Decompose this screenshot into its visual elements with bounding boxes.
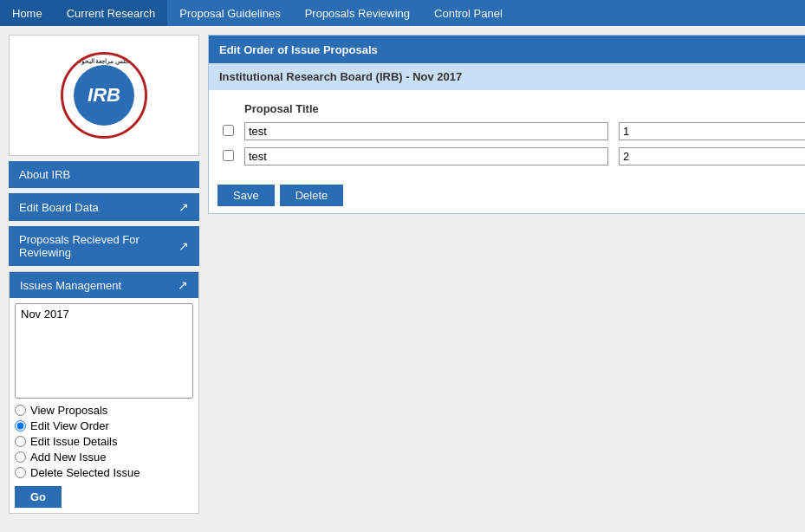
- irb-logo: مجلس مراجعة البحوث IRB: [61, 52, 147, 139]
- expand-icon: ↗: [179, 200, 189, 214]
- proposal-order-cell: [613, 144, 805, 169]
- radio-view-proposals[interactable]: View Proposals: [15, 404, 193, 417]
- col-header-view-order: View Order: [613, 99, 805, 119]
- nav-proposal-guidelines[interactable]: Proposal Guidelines: [167, 0, 292, 26]
- radio-edit-view-order-label: Edit View Order: [30, 419, 109, 432]
- edit-board-label: Edit Board Data: [19, 201, 99, 214]
- proposal-title-cell: [239, 119, 613, 144]
- nav-home[interactable]: Home: [0, 0, 55, 26]
- radio-edit-issue-details-input[interactable]: [15, 436, 26, 447]
- nav-current-research[interactable]: Current Research: [55, 0, 168, 26]
- radio-group: View Proposals Edit View Order Edit Issu…: [15, 404, 193, 479]
- irb-outer-text: مجلس مراجعة البحوث: [63, 58, 145, 65]
- save-button[interactable]: Save: [217, 185, 275, 206]
- expand-icon-2: ↗: [179, 239, 189, 253]
- go-button[interactable]: Go: [15, 486, 62, 508]
- proposal-order-input-0[interactable]: [619, 122, 805, 140]
- col-header-proposal-title: Proposal Title: [239, 99, 613, 119]
- radio-edit-view-order-input[interactable]: [15, 420, 26, 431]
- radio-delete-selected-issue[interactable]: Delete Selected Issue: [15, 466, 193, 479]
- col-header-checkbox: [217, 99, 239, 119]
- proposal-order-cell: [613, 119, 805, 144]
- panel-title: Edit Order of Issue Proposals: [219, 43, 378, 56]
- row-checkbox-cell: [217, 119, 239, 144]
- table-row: [217, 119, 805, 144]
- proposal-title-input-0[interactable]: [244, 122, 608, 140]
- edit-panel: Edit Order of Issue Proposals Institutio…: [208, 35, 805, 214]
- issues-list-item[interactable]: Nov 2017: [17, 306, 191, 322]
- radio-add-new-issue-label: Add New Issue: [30, 451, 106, 464]
- radio-view-proposals-input[interactable]: [15, 405, 26, 416]
- proposals-received-label: Proposals Recieved For Reviewing: [19, 233, 179, 259]
- nav-control-panel[interactable]: Control Panel: [422, 0, 515, 26]
- radio-delete-selected-issue-label: Delete Selected Issue: [30, 466, 140, 479]
- radio-view-proposals-label: View Proposals: [30, 404, 107, 417]
- irb-logo-inner: IRB: [74, 65, 134, 126]
- radio-add-new-issue-input[interactable]: [15, 451, 26, 463]
- proposals-table: Proposal Title View Order: [217, 99, 805, 169]
- sidebar: مجلس مراجعة البحوث IRB About IRB Edit Bo…: [9, 35, 199, 514]
- row-checkbox-cell: [217, 144, 239, 169]
- radio-add-new-issue[interactable]: Add New Issue: [15, 451, 193, 464]
- about-irb-button[interactable]: About IRB: [9, 161, 199, 188]
- radio-edit-issue-details[interactable]: Edit Issue Details: [15, 435, 193, 448]
- radio-delete-selected-issue-input[interactable]: [15, 467, 26, 478]
- about-irb-label: About IRB: [19, 168, 70, 181]
- issues-management-label: Issues Management: [20, 279, 121, 292]
- nav-proposals-reviewing[interactable]: Proposals Reviewing: [293, 0, 422, 26]
- proposal-checkbox-1[interactable]: [223, 150, 234, 161]
- proposals-received-button[interactable]: Proposals Recieved For Reviewing ↗: [9, 226, 199, 266]
- main-content: Edit Order of Issue Proposals Institutio…: [208, 35, 805, 514]
- edit-panel-header: Edit Order of Issue Proposals: [209, 36, 805, 63]
- issues-panel: Issues Management ↗ Nov 2017 View Propos…: [9, 271, 199, 514]
- radio-edit-issue-details-label: Edit Issue Details: [30, 435, 117, 448]
- radio-edit-view-order[interactable]: Edit View Order: [15, 419, 193, 432]
- action-buttons: Save Delete: [209, 178, 805, 213]
- issues-listbox[interactable]: Nov 2017: [15, 303, 193, 399]
- irb-title: Institutional Research Board (IRB) - Nov…: [219, 70, 462, 83]
- navbar: Home Current Research Proposal Guideline…: [0, 0, 805, 26]
- issues-expand-icon: ↗: [178, 278, 188, 292]
- issues-panel-header: Issues Management ↗: [10, 272, 198, 298]
- irb-title-bar: Institutional Research Board (IRB) - Nov…: [209, 63, 805, 90]
- proposals-table-wrapper: Proposal Title View Order: [209, 90, 805, 178]
- proposal-title-input-1[interactable]: [244, 147, 608, 165]
- table-row: [217, 144, 805, 169]
- main-layout: مجلس مراجعة البحوث IRB About IRB Edit Bo…: [0, 26, 805, 522]
- proposal-order-input-1[interactable]: [619, 147, 805, 165]
- proposal-checkbox-0[interactable]: [223, 125, 234, 136]
- issues-panel-body: Nov 2017 View Proposals Edit View Order …: [10, 298, 198, 513]
- edit-board-data-button[interactable]: Edit Board Data ↗: [9, 193, 199, 221]
- proposal-title-cell: [239, 144, 613, 169]
- logo-box: مجلس مراجعة البحوث IRB: [9, 35, 199, 156]
- delete-button[interactable]: Delete: [280, 185, 344, 206]
